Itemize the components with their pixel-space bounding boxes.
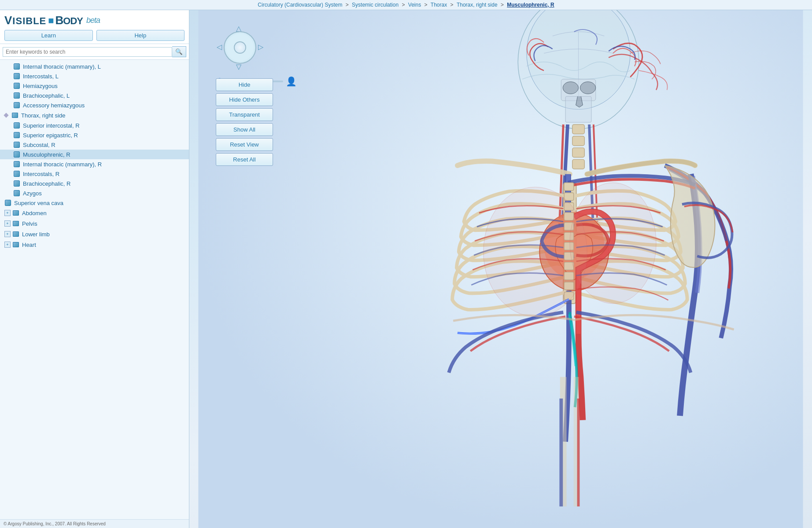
logo-area: VISIBLE ■ BODY beta Learn Help [0, 10, 189, 44]
tree-item-superior-intercostal-r[interactable]: Superior intercostal, R [0, 121, 189, 130]
breadcrumb-systemic[interactable]: Systemic circulation [352, 2, 399, 8]
control-buttons-panel: Hide Hide Others Transparent Show All Re… [216, 78, 273, 166]
tree-item-intercostals-r[interactable]: Intercostals, R [0, 169, 189, 179]
svg-rect-7 [572, 125, 584, 134]
breadcrumb-cardiovascular[interactable]: Circulatory (Cardiovascular) System [258, 2, 342, 8]
logo-beta: beta [86, 16, 100, 25]
tree-item-brachiocephalic-r[interactable]: Brachiocephalic, R [0, 179, 189, 188]
breadcrumb-sep-3: > [424, 2, 429, 8]
cube-icon [13, 122, 20, 129]
svg-rect-14 [564, 183, 574, 191]
tree-label: Brachiocephalic, R [23, 180, 70, 187]
breadcrumb-veins[interactable]: Veins [408, 2, 421, 8]
tree-item-superior-epigastric-r[interactable]: Superior epigastric, R [0, 130, 189, 140]
search-button[interactable]: 🔍 [172, 46, 186, 57]
tree-section-label: Heart [22, 242, 36, 248]
cube-icon [13, 170, 20, 177]
tree-item-superior-vena-cava[interactable]: Superior vena cava [0, 198, 189, 208]
tree-label: Superior intercostal, R [23, 122, 80, 129]
breadcrumb-sep-4: > [450, 2, 455, 8]
folder-icon [11, 112, 18, 119]
breadcrumb-sep-1: > [346, 2, 350, 8]
cube-icon [13, 73, 20, 80]
logo-visible: VISIBLE [4, 14, 46, 27]
body-3d-visualization [189, 10, 812, 528]
hide-others-button[interactable]: Hide Others [216, 93, 273, 106]
tree-item-accessory-hemiazygous[interactable]: Accessory hemiazygous [0, 100, 189, 110]
anatomy-tree[interactable]: Internal thoracic (mammary), L Intercost… [0, 60, 189, 519]
tree-label: Hemiazygous [23, 83, 58, 89]
tree-label: Superior vena cava [14, 200, 63, 206]
learn-button[interactable]: Learn [4, 30, 93, 41]
tree-label: Superior epigastric, R [23, 132, 78, 139]
tree-item-azygos[interactable]: Azygos [0, 188, 189, 198]
diamond-icon [4, 113, 8, 117]
nav-ring: △ ▽ ◁ ▷ [216, 23, 264, 72]
search-area: 🔍 [0, 44, 189, 60]
tree-item-pelvis[interactable]: + Pelvis [0, 218, 189, 229]
tree-item-hemiazygous[interactable]: Hemiazygous [0, 81, 189, 91]
main-layout: VISIBLE ■ BODY beta Learn Help 🔍 Interna… [0, 10, 812, 528]
tree-label: Intercostals, L [23, 73, 59, 80]
nav-left-button[interactable]: ◁ [217, 43, 222, 51]
folder-icon [12, 241, 19, 248]
expand-icon: + [4, 231, 11, 237]
tree-item-intercostals-l[interactable]: Intercostals, L [0, 71, 189, 81]
logo-body-word: BODY [55, 14, 83, 27]
tree-section-label: Abdomen [22, 210, 47, 216]
tree-section-label: Pelvis [22, 220, 37, 227]
tree-section-label: Thorax, right side [21, 112, 65, 119]
folder-icon [12, 220, 19, 227]
svg-rect-10 [572, 159, 584, 169]
expand-icon: + [4, 220, 11, 227]
svg-point-27 [570, 183, 656, 304]
folder-icon [12, 209, 19, 216]
breadcrumb-thorax[interactable]: Thorax [431, 2, 447, 8]
tree-label: Brachiocephalic, L [23, 92, 70, 99]
expand-icon: + [4, 242, 11, 248]
tree-label: Intercostals, R [23, 171, 59, 177]
folder-icon [12, 231, 19, 238]
tree-item-thorax-right-side[interactable]: Thorax, right side [0, 110, 189, 121]
cube-icon [13, 92, 20, 99]
tree-item-abdomen[interactable]: + Abdomen [0, 208, 189, 218]
tree-label: Internal thoracic (mammary), L [23, 63, 101, 70]
transparent-button[interactable]: Transparent [216, 108, 273, 121]
svg-point-5 [563, 82, 578, 94]
sidebar: VISIBLE ■ BODY beta Learn Help 🔍 Interna… [0, 10, 189, 528]
copyright-text: © Argosy Publishing, Inc., 2007. All Rig… [4, 521, 106, 526]
breadcrumb-sep-2: > [402, 2, 406, 8]
tree-item-brachiocephalic-l[interactable]: Brachiocephalic, L [0, 91, 189, 100]
breadcrumb-thorax-right[interactable]: Thorax, right side [457, 2, 498, 8]
breadcrumb-bar: Circulatory (Cardiovascular) System > Sy… [0, 0, 812, 10]
cube-icon [13, 132, 20, 139]
tree-item-subcostal-r[interactable]: Subcostal, R [0, 140, 189, 150]
breadcrumb-sep-5: > [501, 2, 505, 8]
breadcrumb-current: Musculophrenic, R [507, 2, 554, 8]
logo-buttons: Learn Help [4, 30, 185, 41]
hide-button[interactable]: Hide [216, 78, 273, 91]
show-all-button[interactable]: Show All [216, 123, 273, 136]
cube-icon [13, 161, 20, 168]
tree-item-heart[interactable]: + Heart [0, 239, 189, 250]
search-input[interactable] [3, 47, 172, 57]
tree-item-musculophrenic-r[interactable]: Musculophrenic, R [0, 150, 189, 159]
tree-item-internal-thoracic-l[interactable]: Internal thoracic (mammary), L [0, 62, 189, 71]
tree-item-lower-limb[interactable]: + Lower limb [0, 229, 189, 239]
reset-view-button[interactable]: Reset View [216, 138, 273, 151]
zoom-person-large: 👤 [286, 76, 297, 87]
navigation-controls: △ ▽ ◁ ▷ 👤 👤 [216, 23, 297, 87]
sidebar-footer: © Argosy Publishing, Inc., 2007. All Rig… [0, 519, 189, 528]
breadcrumb: Circulatory (Cardiovascular) System > Sy… [258, 2, 554, 8]
expand-icon: + [4, 210, 11, 216]
nav-right-button[interactable]: ▷ [258, 43, 263, 51]
help-button[interactable]: Help [96, 30, 185, 41]
nav-inner-ring [234, 41, 246, 54]
tree-label: Internal thoracic (mammary), R [23, 161, 102, 168]
tree-item-internal-thoracic-r[interactable]: Internal thoracic (mammary), R [0, 159, 189, 169]
cube-icon [4, 199, 11, 206]
3d-viewport[interactable]: △ ▽ ◁ ▷ 👤 👤 H [189, 10, 812, 528]
cube-icon [13, 141, 20, 148]
reset-all-button[interactable]: Reset All [216, 153, 273, 166]
tree-label: Musculophrenic, R [23, 151, 70, 158]
